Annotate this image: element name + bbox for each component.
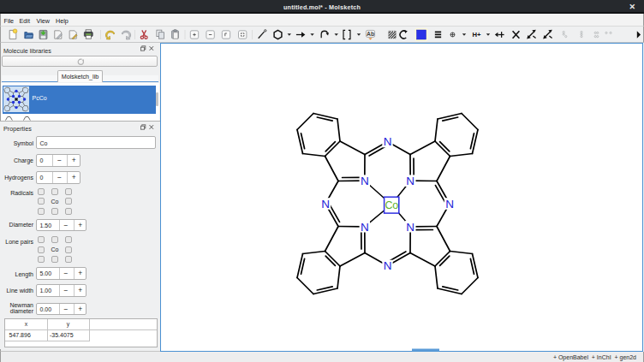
- svg-text:N: N: [406, 221, 414, 234]
- svg-text:N: N: [445, 198, 454, 211]
- svg-text:Co: Co: [385, 199, 399, 211]
- svg-text:N: N: [384, 135, 392, 148]
- svg-text:N: N: [384, 259, 392, 272]
- svg-text:N: N: [406, 175, 414, 187]
- svg-text:N: N: [361, 175, 369, 187]
- svg-text:N: N: [321, 198, 330, 211]
- svg-text:N: N: [361, 221, 369, 234]
